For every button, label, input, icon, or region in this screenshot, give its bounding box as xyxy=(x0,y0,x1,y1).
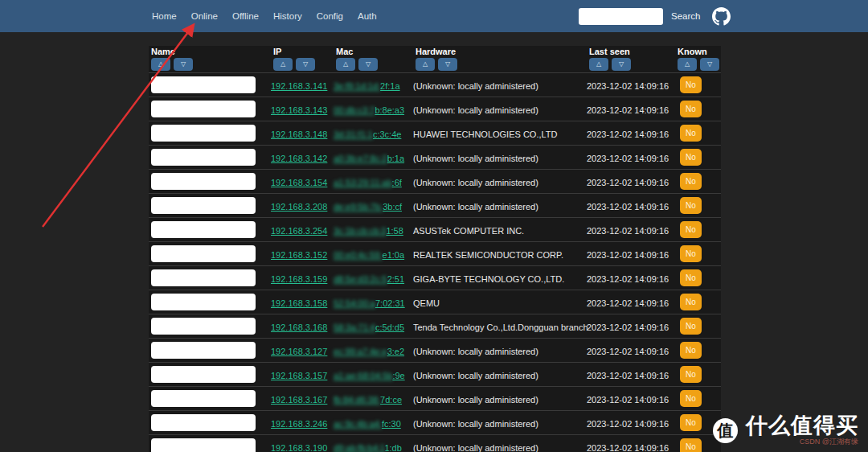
known-toggle-button[interactable]: No xyxy=(680,366,702,383)
ip-link[interactable]: 192.168.3.167 xyxy=(271,395,327,405)
name-input[interactable] xyxy=(151,390,256,407)
ip-link[interactable]: 192.168.3.152 xyxy=(271,250,327,260)
nav-item-history[interactable]: History xyxy=(273,11,302,21)
known-toggle-button[interactable]: No xyxy=(680,245,702,262)
nav-item-home[interactable]: Home xyxy=(152,11,177,21)
mac-link[interactable]: 52:54:00:a7:02:31 xyxy=(334,298,405,308)
ip-link[interactable]: 192.168.3.246 xyxy=(271,419,327,429)
mac-masked-part: 52:54:00:a xyxy=(334,298,375,308)
known-toggle-button[interactable]: No xyxy=(680,269,702,286)
sort-asc-button[interactable]: △ xyxy=(336,58,355,71)
sort-asc-button[interactable]: △ xyxy=(678,58,697,71)
mac-link[interactable]: 3c:1b:cb:cb:31:58 xyxy=(334,226,403,236)
watermark-credit: CSDN @江湖有缘 xyxy=(800,437,858,447)
name-input[interactable] xyxy=(151,76,256,93)
mac-masked-part: 00:e0:4c:59: xyxy=(334,250,383,260)
name-cell xyxy=(149,366,265,383)
mac-link[interactable]: ec:99:a7:4e:e3:e2 xyxy=(334,347,404,356)
known-toggle-button[interactable]: No xyxy=(680,101,702,117)
name-input[interactable] xyxy=(151,173,256,190)
name-input[interactable] xyxy=(151,438,256,452)
name-input[interactable] xyxy=(151,318,256,335)
sort-desc-button[interactable]: ▽ xyxy=(700,58,719,71)
sort-desc-button[interactable]: ▽ xyxy=(174,58,193,71)
nav-item-offline[interactable]: Offline xyxy=(232,11,259,21)
nav-item-config[interactable]: Config xyxy=(317,11,343,21)
ip-link[interactable]: 192.168.3.159 xyxy=(271,274,327,284)
column-header-last-seen: Last seen△▽ xyxy=(583,47,675,72)
name-input[interactable] xyxy=(151,245,256,262)
known-toggle-button[interactable]: No xyxy=(680,76,702,93)
sort-desc-button[interactable]: ▽ xyxy=(438,58,457,71)
known-cell: No xyxy=(675,390,721,407)
sort-asc-button[interactable]: △ xyxy=(589,58,608,71)
name-input[interactable] xyxy=(151,414,256,431)
column-label: Last seen xyxy=(587,47,675,56)
sort-desc-button[interactable]: ▽ xyxy=(358,58,378,71)
ip-link[interactable]: 192.168.3.168 xyxy=(271,323,327,332)
mac-link[interactable]: d9:ab:fb:b4:11:db xyxy=(334,443,402,452)
github-icon[interactable] xyxy=(712,7,731,26)
name-input[interactable] xyxy=(151,125,256,142)
ip-link[interactable]: 192.168.3.141 xyxy=(271,81,327,91)
mac-link[interactable]: a1:ae:68:04:5b:9e xyxy=(334,371,405,380)
mac-link[interactable]: a0:3b:e7:8c:2b:1a xyxy=(334,154,404,163)
known-toggle-button[interactable]: No xyxy=(680,149,702,166)
known-toggle-button[interactable]: No xyxy=(680,197,702,214)
search-input[interactable] xyxy=(579,8,663,25)
search-button[interactable]: Search xyxy=(671,11,700,21)
ip-link[interactable]: 192.168.3.127 xyxy=(271,347,327,356)
last-seen-cell: 2023-12-02 14:09:16 xyxy=(583,150,675,165)
known-toggle-button[interactable]: No xyxy=(680,342,702,359)
mac-link[interactable]: 00:db:c3:7b:8e:a3 xyxy=(334,105,404,115)
hardware-vendor: (Unknown: locally administered) xyxy=(413,419,538,429)
mac-link[interactable]: d8:5e:d3:2c:52:51 xyxy=(334,274,404,284)
known-toggle-button[interactable]: No xyxy=(680,294,702,310)
name-input[interactable] xyxy=(151,269,256,286)
ip-link[interactable]: 192.168.3.254 xyxy=(271,226,327,236)
known-toggle-button[interactable]: No xyxy=(680,221,702,238)
ip-link[interactable]: 192.168.3.142 xyxy=(271,154,327,163)
known-toggle-button[interactable]: No xyxy=(680,390,702,407)
ip-link[interactable]: 192.168.3.148 xyxy=(271,129,327,139)
known-toggle-button[interactable]: No xyxy=(680,414,702,431)
sort-asc-button[interactable]: △ xyxy=(416,58,435,71)
known-toggle-button[interactable]: No xyxy=(680,438,702,452)
nav-item-online[interactable]: Online xyxy=(191,11,218,21)
sort-buttons: △▽ xyxy=(334,58,410,71)
mac-link[interactable]: a1:53:29:11:ab:6f xyxy=(334,178,402,187)
sort-asc-button[interactable]: △ xyxy=(151,58,170,71)
name-input[interactable] xyxy=(151,366,256,383)
mac-link[interactable]: 00:e0:4c:59:e1:0a xyxy=(334,250,404,260)
nav-item-auth[interactable]: Auth xyxy=(358,11,377,21)
sort-desc-button[interactable]: ▽ xyxy=(612,58,631,71)
sort-asc-button[interactable]: △ xyxy=(273,58,293,71)
name-input[interactable] xyxy=(151,342,256,359)
mac-link[interactable]: de:e9:5b:7b:3b:cf xyxy=(334,202,402,212)
column-header-known: Known△▽ xyxy=(675,47,721,72)
mac-visible-part: c:5d:d5 xyxy=(375,323,404,332)
mac-link[interactable]: 3e:f9:1d:1d:2f:1a xyxy=(334,81,400,91)
ip-link[interactable]: 192.168.3.158 xyxy=(271,298,327,308)
name-input[interactable] xyxy=(151,221,256,238)
mac-link[interactable]: 58:3a:71:4c:5d:d5 xyxy=(334,323,404,332)
mac-masked-part: 3e:f9:1d:1d: xyxy=(334,81,380,91)
ip-link[interactable]: 192.168.3.143 xyxy=(271,105,327,115)
name-input[interactable] xyxy=(151,149,256,166)
mac-link[interactable]: 3d:31:f1:1c:3c:4e xyxy=(334,129,401,139)
ip-link[interactable]: 192.168.3.157 xyxy=(271,371,327,380)
sort-desc-button[interactable]: ▽ xyxy=(296,58,315,71)
mac-link[interactable]: fb:84:d6:38:7d:ce xyxy=(334,395,402,405)
ip-link[interactable]: 192.168.3.154 xyxy=(271,178,327,187)
ip-link[interactable]: 192.168.3.190 xyxy=(271,443,327,452)
known-cell: No xyxy=(675,197,721,214)
name-input[interactable] xyxy=(151,101,256,117)
known-toggle-button[interactable]: No xyxy=(680,125,702,142)
mac-link[interactable]: ac:9c:4b:a4:fc:30 xyxy=(334,419,401,429)
ip-link[interactable]: 192.168.3.208 xyxy=(271,202,327,212)
table-row: 192.168.3.190d9:ab:fb:b4:11:db(Unknown: … xyxy=(149,434,721,452)
name-input[interactable] xyxy=(151,197,256,214)
known-toggle-button[interactable]: No xyxy=(680,318,702,335)
name-input[interactable] xyxy=(151,294,256,310)
known-toggle-button[interactable]: No xyxy=(680,173,702,190)
